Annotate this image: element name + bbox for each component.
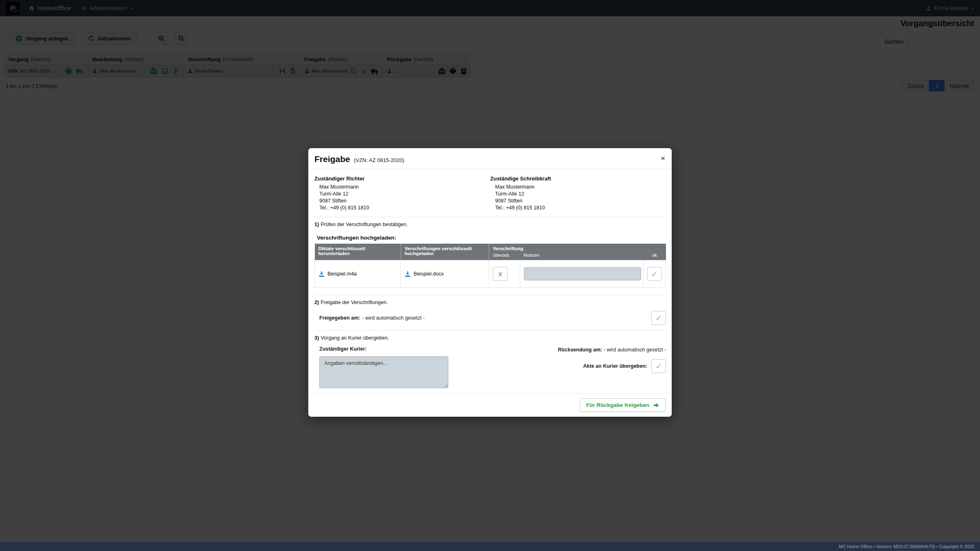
step2-text: Freigabe der Verschriftungen.	[321, 300, 388, 305]
submit-label: Für Rückgabe freigeben	[586, 402, 649, 408]
verschriftung-row: Beispiel.m4a Beispiel.docx X	[315, 260, 666, 288]
courier-label: Zuständiger Kurier:	[319, 346, 448, 352]
step3-heading: 3)Vorgang an Kurier übergeben.	[314, 335, 666, 341]
schreibkraft-city: 9087 Stiften	[495, 198, 666, 204]
richter-city: 9087 Stiften	[319, 198, 490, 204]
transcript-cell: Beispiel.docx	[401, 260, 489, 288]
release-for-return-button[interactable]: Für Rückgabe freigeben	[580, 398, 666, 412]
vtable-header-row1: Diktate verschlüsselt herunterladen Vers…	[315, 244, 666, 253]
modal-body: Zuständiger Richter Max Mustermann Turm-…	[308, 169, 672, 393]
step3-text: Vorgang an Kurier übergeben.	[321, 335, 389, 341]
courier-block: Zuständiger Kurier:	[319, 346, 448, 390]
download-icon[interactable]	[318, 271, 325, 277]
richter-heading: Zuständiger Richter	[314, 176, 490, 182]
dictate-file-link[interactable]: Beispiel.m4a	[327, 271, 357, 277]
col-notizen: Notizen	[520, 253, 643, 260]
step2-heading: 2)Freigabe der Verschriftungen.	[314, 300, 666, 305]
ok-check-button[interactable]: ✓	[647, 267, 662, 281]
app-footer: MC Home Office • Version: M20.07.09(66fe…	[0, 542, 980, 551]
released-label: Freigegeben am:	[319, 315, 360, 321]
freigabe-modal: Freigabe (VZN: AZ 0815-2020) × Zuständig…	[308, 148, 672, 417]
col-verschriftung-group: Verschriftung	[489, 244, 666, 253]
return-label: Rücksendung am:	[558, 347, 602, 353]
step1-text: Prüfen der Verschriftungen bestätigen.	[321, 222, 408, 227]
richter-phone: Tel.: +49 (0) 815 1810	[319, 204, 490, 211]
app-screen: HomeOffice ⚙ Administration ▾ Firma Braw…	[0, 0, 980, 551]
dictate-cell: Beispiel.m4a	[315, 260, 401, 288]
courier-textarea[interactable]	[319, 356, 448, 388]
schreibkraft-street: Turm-Alle 12	[495, 191, 666, 198]
schreibkraft-phone: Tel.: +49 (0) 815 1810	[495, 204, 666, 211]
address-section: Zuständiger Richter Max Mustermann Turm-…	[314, 176, 666, 211]
schreibkraft-heading: Zuständige Schreibkraft	[490, 176, 666, 182]
modal-header: Freigabe (VZN: AZ 0815-2020) ×	[308, 148, 672, 169]
richter-street: Turm-Alle 12	[319, 191, 490, 198]
schreibkraft-name: Max Mustermann	[495, 184, 666, 191]
notes-input[interactable]	[524, 267, 641, 280]
check-icon: ✓	[655, 313, 662, 323]
schreibkraft-address: Zuständige Schreibkraft Max Mustermann T…	[490, 176, 666, 211]
step1-heading: 1)Prüfen der Verschriftungen bestätigen.	[314, 222, 666, 227]
ok-cell: ✓	[643, 260, 666, 288]
close-icon[interactable]: ×	[661, 154, 665, 162]
rework-button[interactable]: X	[493, 267, 508, 281]
download-icon[interactable]	[405, 271, 411, 277]
arrow-right-icon	[653, 402, 659, 409]
handover-label: Akte an Kurier übergeben:	[583, 363, 647, 369]
check-icon: ✓	[655, 362, 662, 371]
richter-name: Max Mustermann	[319, 184, 490, 191]
handover-check-button[interactable]: ✓	[651, 359, 666, 373]
notizen-cell	[520, 260, 643, 288]
richter-address: Zuständiger Richter Max Mustermann Turm-…	[314, 176, 490, 211]
footer-version-text: MC Home Office • Version: M20.07.09(66fe…	[839, 544, 974, 549]
step2-row: Freigegeben am: - wird automatisch geset…	[319, 311, 666, 325]
col-dictates: Diktate verschlüsselt herunterladen	[315, 244, 401, 260]
modal-subtitle: (VZN: AZ 0815-2020)	[354, 157, 405, 163]
ueberarb-cell: X	[489, 260, 520, 288]
step2-number: 2)	[314, 300, 319, 305]
check-icon: ✓	[651, 269, 658, 279]
col-transcripts: Verschriftungen verschlüsselt hochgelade…	[401, 244, 489, 260]
step3-number: 3)	[314, 335, 319, 341]
modal-footer: Für Rückgabe freigeben	[308, 393, 672, 417]
step1-number: 1)	[314, 222, 319, 227]
released-value: - wird automatisch gesetzt -	[362, 315, 425, 321]
release-check-button[interactable]: ✓	[651, 311, 666, 325]
step3-section: Zuständiger Kurier: Rücksendung am: - wi…	[314, 346, 666, 390]
x-mark-icon: X	[498, 271, 502, 278]
verschriftungen-table: Diktate verschlüsselt herunterladen Vers…	[314, 244, 666, 288]
uploads-heading: Verschriftungen hochgeladen:	[317, 235, 666, 241]
return-block: Rücksendung am: - wird automatisch geset…	[558, 346, 666, 390]
return-value: - wird automatisch gesetzt -	[604, 347, 666, 353]
col-ok: ok	[643, 253, 666, 260]
modal-title: Freigabe	[314, 154, 350, 164]
transcript-file-link[interactable]: Beispiel.docx	[414, 271, 444, 277]
col-ueberarb: überarb.	[489, 253, 520, 260]
